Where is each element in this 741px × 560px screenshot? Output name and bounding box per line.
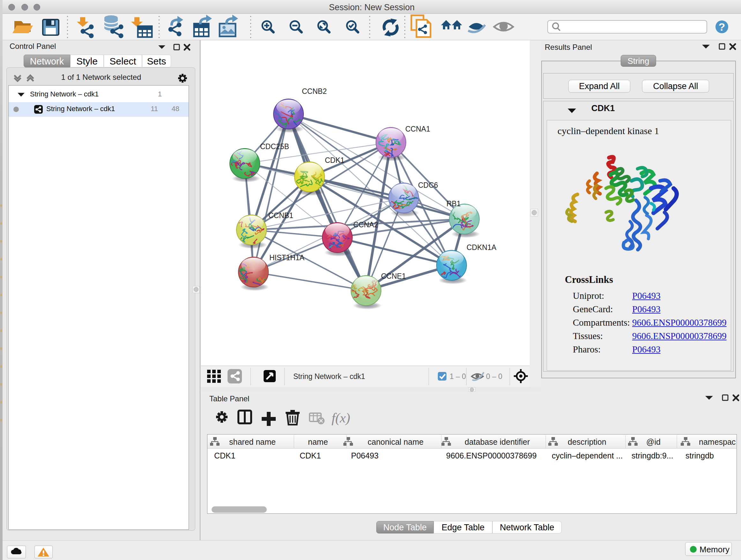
svg-text:canonical name: canonical name: [367, 437, 423, 446]
svg-text:namespac: namespac: [699, 437, 736, 446]
svg-text:0 – 0: 0 – 0: [486, 372, 502, 381]
svg-text:CCNE1: CCNE1: [381, 272, 406, 280]
svg-text:f(x): f(x): [332, 411, 350, 426]
svg-text:CCNA2: CCNA2: [353, 221, 378, 229]
svg-text:CDC6: CDC6: [418, 181, 438, 189]
svg-text:HIST1H1A: HIST1H1A: [269, 253, 305, 262]
svg-text:String Network – cdk1: String Network – cdk1: [293, 372, 365, 381]
svg-text:RB1: RB1: [447, 199, 461, 208]
svg-text:1 – 0: 1 – 0: [450, 372, 466, 381]
svg-text:?: ?: [719, 21, 725, 33]
svg-text:CDKN1A: CDKN1A: [467, 243, 496, 252]
svg-text:database identifier: database identifier: [465, 437, 530, 446]
svg-text:CDK1: CDK1: [325, 156, 344, 165]
svg-text:name: name: [308, 437, 328, 446]
svg-text:description: description: [568, 437, 606, 446]
svg-text:CCNA1: CCNA1: [405, 125, 430, 133]
svg-text:CCNB2: CCNB2: [302, 87, 327, 96]
svg-text:CDC25B: CDC25B: [260, 142, 289, 151]
svg-text:shared name: shared name: [229, 437, 276, 446]
svg-text:@id: @id: [646, 437, 661, 446]
svg-text:CCNB1: CCNB1: [268, 211, 293, 220]
